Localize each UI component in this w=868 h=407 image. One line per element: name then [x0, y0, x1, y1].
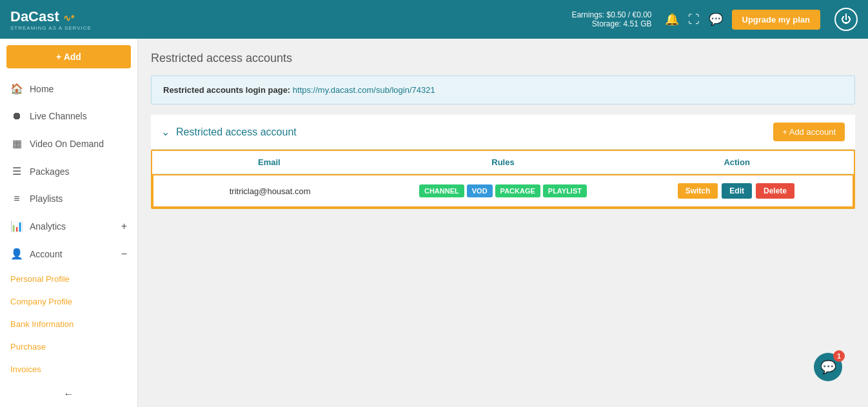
badge-channel: CHANNEL	[419, 184, 464, 197]
header-icons: 🔔 ⛶ 💬 Upgrade my plan ⏻	[665, 8, 858, 31]
sidebar-item-label: Analytics	[30, 221, 66, 232]
sidebar-item-label: Video On Demand	[30, 139, 104, 149]
sidebar-item-analytics[interactable]: 📊 Analytics +	[0, 212, 137, 240]
logo: DaCast ∿*	[10, 8, 92, 25]
cell-email: tritriclag@housat.com	[153, 179, 386, 204]
section-header: ⌄ Restricted access account + Add accoun…	[151, 115, 855, 150]
upgrade-button[interactable]: Upgrade my plan	[732, 10, 820, 30]
add-button[interactable]: + Add	[6, 45, 131, 68]
content-area: Restricted access accounts Restricted ac…	[138, 39, 868, 407]
sidebar-item-account[interactable]: 👤 Account −	[0, 240, 137, 268]
logo-area: DaCast ∿* STREAMING AS A SERVICE	[10, 8, 92, 31]
sidebar-item-invoices[interactable]: Invoices	[0, 358, 137, 381]
col-email: Email	[152, 151, 386, 174]
cell-rules: CHANNEL VOD PACKAGE PLAYLIST	[386, 177, 619, 205]
playlists-icon: ≡	[10, 193, 23, 204]
home-icon: 🏠	[10, 83, 23, 95]
chat-icon[interactable]: 💬	[709, 12, 723, 26]
cell-actions: Switch Edit Delete	[620, 175, 853, 206]
sidebar-item-vod[interactable]: ▦ Video On Demand	[0, 130, 137, 157]
accounts-table: Email Rules Action tritriclag@housat.com…	[151, 150, 855, 209]
earnings-label: Earnings: $0.50 / €0.00	[571, 10, 651, 19]
badge-package: PACKAGE	[495, 184, 540, 197]
delete-button[interactable]: Delete	[756, 183, 794, 199]
packages-icon: ☰	[10, 165, 23, 177]
sidebar: + Add 🏠 Home ⏺ Live Channels ▦ Video On …	[0, 39, 138, 407]
analytics-expand-icon: +	[121, 221, 127, 232]
account-label-group: 👤 Account	[10, 248, 63, 260]
sidebar-item-purchase[interactable]: Purchase	[0, 335, 137, 358]
table-header: Email Rules Action	[152, 151, 854, 174]
table-row: tritriclag@housat.com CHANNEL VOD PACKAG…	[152, 174, 854, 208]
header-info: Earnings: $0.50 / €0.00 Storage: 4.51 GB	[571, 10, 651, 28]
info-box: Restricted accounts login page: https://…	[151, 75, 855, 104]
sidebar-item-personal-profile[interactable]: Personal Profile	[0, 268, 137, 290]
analytics-label-group: 📊 Analytics	[10, 220, 66, 232]
notification-icon[interactable]: 🔔	[665, 12, 679, 26]
header: DaCast ∿* STREAMING AS A SERVICE Earning…	[0, 0, 868, 39]
sidebar-item-label: Account	[30, 249, 63, 259]
add-account-button[interactable]: + Add account	[773, 123, 845, 141]
badge-playlist: PLAYLIST	[543, 184, 587, 197]
logo-wave: ∿*	[63, 13, 74, 23]
account-icon: 👤	[10, 248, 23, 260]
sidebar-item-bank-information[interactable]: Bank Information	[0, 313, 137, 335]
sidebar-item-label: Home	[30, 84, 54, 94]
info-label: Restricted accounts login page:	[163, 85, 290, 95]
chat-badge: 1	[833, 350, 845, 362]
page-title: Restricted access accounts	[151, 52, 855, 65]
fullscreen-icon[interactable]: ⛶	[688, 13, 700, 26]
edit-button[interactable]: Edit	[722, 183, 752, 199]
info-link[interactable]: https://my.dacast.com/sub/login/74321	[293, 85, 435, 95]
sidebar-item-label: Playlists	[30, 194, 63, 204]
sidebar-item-home[interactable]: 🏠 Home	[0, 75, 137, 103]
back-button[interactable]: ←	[0, 381, 137, 407]
col-action: Action	[620, 151, 854, 174]
vod-icon: ▦	[10, 137, 23, 150]
switch-button[interactable]: Switch	[678, 183, 718, 199]
badge-vod: VOD	[467, 184, 493, 197]
chat-widget: 💬 1	[827, 366, 855, 394]
section-title: Restricted access account	[176, 126, 773, 138]
chevron-down-icon[interactable]: ⌄	[161, 126, 170, 138]
sidebar-item-playlists[interactable]: ≡ Playlists	[0, 185, 137, 212]
back-icon: ←	[64, 388, 74, 400]
sidebar-item-company-profile[interactable]: Company Profile	[0, 290, 137, 313]
action-buttons: Switch Edit Delete	[630, 183, 842, 199]
chat-button[interactable]: 💬 1	[814, 353, 842, 381]
account-collapse-icon: −	[121, 248, 127, 260]
live-channels-icon: ⏺	[10, 110, 23, 122]
sidebar-item-packages[interactable]: ☰ Packages	[0, 157, 137, 185]
col-rules: Rules	[386, 151, 620, 174]
sidebar-item-label: Packages	[30, 166, 69, 177]
rules-badges: CHANNEL VOD PACKAGE PLAYLIST	[397, 184, 609, 197]
logo-sub: STREAMING AS A SERVICE	[10, 25, 92, 31]
power-button[interactable]: ⏻	[834, 8, 858, 31]
analytics-icon: 📊	[10, 220, 23, 232]
sidebar-item-label: Live Channels	[30, 111, 87, 121]
sidebar-item-live-channels[interactable]: ⏺ Live Channels	[0, 103, 137, 130]
main-layout: + Add 🏠 Home ⏺ Live Channels ▦ Video On …	[0, 39, 868, 407]
storage-label: Storage: 4.51 GB	[571, 19, 651, 28]
